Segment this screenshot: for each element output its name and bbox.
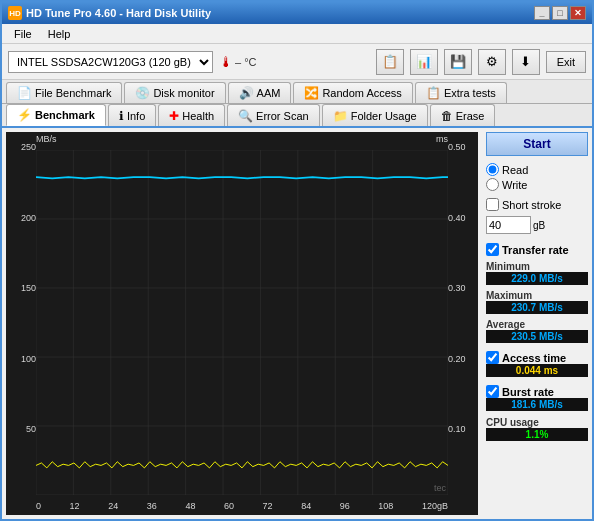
tab-aam[interactable]: 🔊 AAM xyxy=(228,82,292,103)
toolbar-btn-2[interactable]: 📊 xyxy=(410,49,438,75)
thermometer-icon: 🌡 xyxy=(219,54,233,70)
tab-file-benchmark[interactable]: 📄 File Benchmark xyxy=(6,82,122,103)
tab-benchmark[interactable]: ⚡ Benchmark xyxy=(6,104,106,126)
main-window: HD HD Tune Pro 4.60 - Hard Disk Utility … xyxy=(0,0,594,521)
access-time-label: Access time xyxy=(502,352,566,364)
main-content: MB/s ms 250 200 150 100 50 0.50 0.40 0.3… xyxy=(2,128,592,519)
y-label-left-3: 150 xyxy=(6,283,36,293)
benchmark-icon: ⚡ xyxy=(17,108,32,122)
short-stroke-checkbox[interactable] xyxy=(486,198,499,211)
aam-icon: 🔊 xyxy=(239,86,254,100)
tab-folder-usage-label: Folder Usage xyxy=(351,110,417,122)
maximize-button[interactable]: □ xyxy=(552,6,568,20)
random-access-icon: 🔀 xyxy=(304,86,319,100)
tab-info[interactable]: ℹ Info xyxy=(108,104,156,126)
tab-erase[interactable]: 🗑 Erase xyxy=(430,104,496,126)
x-label-48: 48 xyxy=(185,501,195,511)
write-radio[interactable] xyxy=(486,178,499,191)
menu-file[interactable]: File xyxy=(6,26,40,42)
chart-canvas xyxy=(36,150,448,495)
start-button[interactable]: Start xyxy=(486,132,588,156)
x-label-0: 0 xyxy=(36,501,41,511)
minimum-label: Minimum xyxy=(486,261,588,272)
tab-random-access[interactable]: 🔀 Random Access xyxy=(293,82,412,103)
x-label-12: 12 xyxy=(70,501,80,511)
maximum-value: 230.7 MB/s xyxy=(486,301,588,314)
menu-help[interactable]: Help xyxy=(40,26,79,42)
tab-random-access-label: Random Access xyxy=(322,87,401,99)
tabs-row2: ⚡ Benchmark ℹ Info ✚ Health 🔍 Error Scan… xyxy=(2,104,592,128)
x-label-84: 84 xyxy=(301,501,311,511)
x-label-108: 108 xyxy=(378,501,393,511)
y-label-right-5: 0.10 xyxy=(448,424,478,434)
tab-extra-tests-label: Extra tests xyxy=(444,87,496,99)
average-value: 230.5 MB/s xyxy=(486,330,588,343)
chart-svg xyxy=(36,150,448,495)
maximum-label: Maximum xyxy=(486,290,588,301)
close-button[interactable]: ✕ xyxy=(570,6,586,20)
burst-rate-checkbox[interactable] xyxy=(486,385,499,398)
burst-rate-label: Burst rate xyxy=(502,386,554,398)
health-icon: ✚ xyxy=(169,109,179,123)
tab-error-scan-label: Error Scan xyxy=(256,110,309,122)
x-label-120: 120gB xyxy=(422,501,448,511)
tab-disk-monitor-label: Disk monitor xyxy=(153,87,214,99)
access-time-section: Access time xyxy=(486,351,588,364)
tab-erase-label: Erase xyxy=(456,110,485,122)
tab-folder-usage[interactable]: 📁 Folder Usage xyxy=(322,104,428,126)
x-label-96: 96 xyxy=(340,501,350,511)
burst-rate-value: 181.6 MB/s xyxy=(486,398,588,411)
access-time-value: 0.044 ms xyxy=(486,364,588,377)
toolbar-btn-1[interactable]: 📋 xyxy=(376,49,404,75)
read-radio[interactable] xyxy=(486,163,499,176)
x-label-72: 72 xyxy=(263,501,273,511)
tab-file-benchmark-label: File Benchmark xyxy=(35,87,111,99)
title-bar: HD HD Tune Pro 4.60 - Hard Disk Utility … xyxy=(2,2,592,24)
minimize-button[interactable]: _ xyxy=(534,6,550,20)
chart-x-axis: 0 12 24 36 48 60 72 84 96 108 120gB xyxy=(36,501,448,511)
read-write-group: Read Write xyxy=(486,163,588,191)
chart-y-axis-left: 250 200 150 100 50 xyxy=(6,132,36,515)
write-radio-label[interactable]: Write xyxy=(486,178,588,191)
watermark: tec xyxy=(434,483,446,493)
toolbar-btn-3[interactable]: 💾 xyxy=(444,49,472,75)
transfer-rate-section: Transfer rate xyxy=(486,243,588,256)
chart-area: MB/s ms 250 200 150 100 50 0.50 0.40 0.3… xyxy=(6,132,478,515)
folder-usage-icon: 📁 xyxy=(333,109,348,123)
toolbar-btn-4[interactable]: ⚙ xyxy=(478,49,506,75)
tab-extra-tests[interactable]: 📋 Extra tests xyxy=(415,82,507,103)
write-label: Write xyxy=(502,179,527,191)
stroke-spinbox-row: gB xyxy=(486,216,588,234)
stroke-unit: gB xyxy=(533,220,545,231)
average-label: Average xyxy=(486,319,588,330)
minimum-value: 229.0 MB/s xyxy=(486,272,588,285)
access-time-checkbox[interactable] xyxy=(486,351,499,364)
burst-rate-section: Burst rate xyxy=(486,385,588,398)
tab-aam-label: AAM xyxy=(257,87,281,99)
tab-info-label: Info xyxy=(127,110,145,122)
cpu-label: CPU usage xyxy=(486,417,588,428)
tab-health[interactable]: ✚ Health xyxy=(158,104,225,126)
read-label: Read xyxy=(502,164,528,176)
drive-dropdown[interactable]: INTEL SSDSA2CW120G3 (120 gB) xyxy=(8,51,213,73)
window-title: HD Tune Pro 4.60 - Hard Disk Utility xyxy=(26,7,534,19)
exit-button[interactable]: Exit xyxy=(546,51,586,73)
tab-disk-monitor[interactable]: 💿 Disk monitor xyxy=(124,82,225,103)
info-icon: ℹ xyxy=(119,109,124,123)
y-label-left-5: 50 xyxy=(6,424,36,434)
tab-error-scan[interactable]: 🔍 Error Scan xyxy=(227,104,320,126)
x-label-24: 24 xyxy=(108,501,118,511)
window-controls: _ □ ✕ xyxy=(534,6,586,20)
disk-monitor-icon: 💿 xyxy=(135,86,150,100)
file-benchmark-icon: 📄 xyxy=(17,86,32,100)
read-radio-label[interactable]: Read xyxy=(486,163,588,176)
temperature-display: 🌡 – °C xyxy=(219,54,257,70)
y-label-right-4: 0.20 xyxy=(448,354,478,364)
toolbar-btn-5[interactable]: ⬇ xyxy=(512,49,540,75)
stroke-spinbox[interactable] xyxy=(486,216,531,234)
y-label-left-2: 200 xyxy=(6,213,36,223)
short-stroke-row: Short stroke xyxy=(486,198,588,211)
tabs-row1: 📄 File Benchmark 💿 Disk monitor 🔊 AAM 🔀 … xyxy=(2,80,592,104)
transfer-rate-checkbox[interactable] xyxy=(486,243,499,256)
transfer-rate-label: Transfer rate xyxy=(502,244,569,256)
